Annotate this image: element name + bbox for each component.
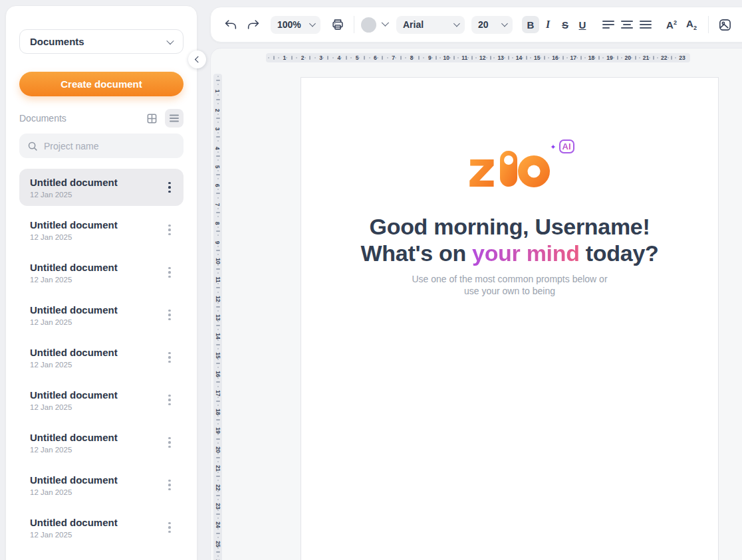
sidebar-collapse-button[interactable]: [188, 50, 206, 68]
ruler-mark: 1: [268, 54, 286, 61]
ruler-mark: 4: [322, 54, 340, 61]
align-justify-button[interactable]: [636, 15, 655, 34]
document-menu-button[interactable]: [162, 432, 177, 452]
document-list-item[interactable]: Untitled document 12 Jan 2025: [19, 339, 184, 376]
document-menu-button[interactable]: [162, 177, 177, 197]
underline-button[interactable]: U: [574, 16, 591, 33]
align-center-icon: [621, 21, 633, 29]
strikethrough-button[interactable]: S: [556, 16, 574, 33]
document-meta: Untitled document 12 Jan 2025: [30, 219, 118, 241]
ruler-mark: 13: [215, 302, 221, 321]
document-list-item[interactable]: Untitled document 12 Jan 2025: [19, 466, 184, 504]
ruler-mark: 4: [216, 132, 220, 151]
greeting-heading: Good morning, Username! What's on your m…: [301, 213, 718, 266]
create-document-button[interactable]: Create document: [19, 72, 184, 96]
document-list-item[interactable]: Untitled document 12 Jan 2025: [19, 296, 184, 333]
redo-button[interactable]: [244, 15, 263, 34]
align-left-icon: [602, 21, 614, 29]
document-meta: Untitled document 12 Jan 2025: [30, 432, 118, 454]
documents-section-label: Documents: [19, 113, 66, 124]
document-menu-button[interactable]: [162, 517, 177, 537]
list-view-button[interactable]: [165, 109, 184, 128]
font-family-select[interactable]: Arial: [396, 16, 465, 34]
list-icon: [169, 114, 180, 123]
undo-icon: [223, 17, 238, 32]
document-list-item[interactable]: Untitled document 12 Jan 2025: [19, 381, 184, 419]
ruler-mark: 2: [286, 54, 304, 61]
insert-image-button[interactable]: [715, 15, 734, 34]
ruler-mark: 12: [215, 283, 221, 302]
align-left-button[interactable]: [599, 15, 618, 34]
ruler-mark: 8: [395, 54, 413, 61]
ruler-mark: 25: [215, 528, 221, 547]
superscript-button[interactable]: A2: [662, 16, 681, 33]
sidebar: Documents Create document Documents: [5, 5, 197, 560]
document-list-item[interactable]: Untitled document 12 Jan 2025: [19, 254, 184, 291]
print-button[interactable]: [328, 15, 347, 34]
ruler-mark: 11: [449, 54, 467, 61]
document-list-item[interactable]: Untitled document 12 Jan 2025: [19, 424, 184, 461]
toolbar-divider: [354, 16, 354, 33]
ruler-mark: 15: [215, 339, 221, 358]
subtitle-line1: Use one of the most common prompts below…: [301, 274, 718, 286]
ruler-mark: 15: [522, 54, 540, 61]
font-size-value: 20: [478, 19, 489, 30]
ruler-mark: 9: [413, 54, 431, 61]
insert-table-button[interactable]: [739, 15, 742, 34]
workspace-selector[interactable]: Documents: [19, 29, 184, 54]
align-center-button[interactable]: [618, 15, 636, 34]
vertical-ruler[interactable]: 1234567891011121314151617181920212223242…: [213, 74, 222, 560]
ruler-mark: 1: [216, 76, 220, 94]
bold-button[interactable]: B: [522, 16, 539, 33]
document-list-item[interactable]: Untitled document 12 Jan 2025: [19, 169, 184, 206]
grid-view-button[interactable]: [142, 109, 161, 128]
document-date: 12 Jan 2025: [30, 191, 118, 199]
document-search[interactable]: [19, 134, 184, 158]
zoom-value: 100%: [277, 19, 301, 30]
document-menu-button[interactable]: [162, 475, 177, 495]
logo-letter-z: z: [469, 149, 496, 188]
ruler-mark: 7: [377, 54, 395, 61]
toolbar-divider: [708, 16, 709, 33]
document-date: 12 Jan 2025: [30, 318, 118, 326]
ruler-mark: 26: [215, 547, 221, 560]
document-title: Untitled document: [30, 389, 118, 401]
align-justify-icon: [640, 21, 652, 29]
document-title: Untitled document: [30, 262, 118, 273]
document-list-item[interactable]: Untitled document 12 Jan 2025: [19, 211, 184, 248]
workspace-selector-label: Documents: [30, 36, 84, 47]
document-menu-button[interactable]: [162, 347, 177, 367]
text-color-picker[interactable]: [361, 17, 387, 33]
document-menu-button[interactable]: [162, 305, 177, 325]
document-title: Untitled document: [30, 432, 118, 443]
greeting-highlight: your mind: [472, 240, 580, 266]
document-date: 12 Jan 2025: [30, 531, 118, 539]
ruler-mark: 18: [576, 54, 594, 61]
document-date: 12 Jan 2025: [30, 276, 118, 284]
ruler-mark: 13: [486, 54, 504, 61]
ruler-mark: 6: [216, 170, 220, 189]
font-size-select[interactable]: 20: [471, 16, 513, 34]
search-input[interactable]: [44, 141, 176, 151]
undo-button[interactable]: [221, 15, 240, 34]
ruler-mark: 22: [649, 54, 667, 61]
document-menu-button[interactable]: [162, 220, 177, 240]
subscript-button[interactable]: A2: [681, 16, 701, 33]
document-menu-button[interactable]: [162, 262, 177, 282]
document-page[interactable]: z AI ✦ Good morning, Username! What's on…: [301, 77, 719, 560]
document-meta: Untitled document 12 Jan 2025: [30, 177, 118, 199]
ai-badge: AI: [559, 140, 574, 153]
ruler-mark: 12: [467, 54, 485, 61]
ruler-mark: 3: [216, 114, 220, 132]
ruler-mark: 18: [215, 397, 221, 415]
document-list-item[interactable]: Untitled document 12 Jan 2025: [19, 509, 184, 546]
italic-button[interactable]: I: [539, 16, 556, 33]
zoom-select[interactable]: 100%: [271, 16, 320, 34]
ruler-mark: 19: [594, 54, 612, 61]
ruler-mark: 10: [215, 246, 221, 264]
document-date: 12 Jan 2025: [30, 361, 118, 369]
ruler-mark: 3: [305, 54, 322, 61]
horizontal-ruler[interactable]: 1234567891011121314151617181920212223: [266, 53, 690, 62]
document-menu-button[interactable]: [162, 390, 177, 410]
chevron-down-icon: [453, 20, 459, 26]
